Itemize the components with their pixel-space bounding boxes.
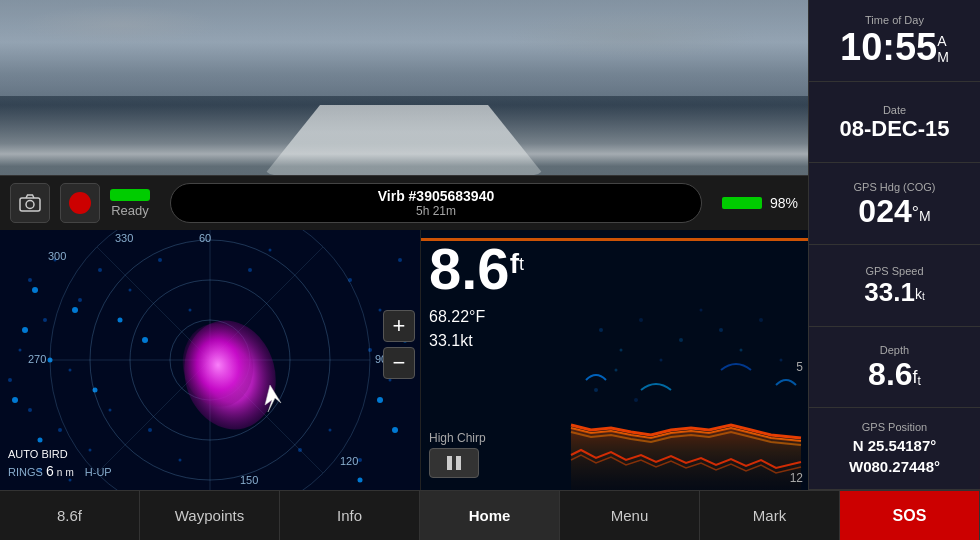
svg-point-14 <box>379 309 382 312</box>
rings-range: 6 <box>46 463 54 479</box>
depth-value-row: 8.6 f t <box>868 358 921 390</box>
depth-subunit: t <box>918 374 921 388</box>
gps-pos-label: GPS Position <box>862 421 927 433</box>
gps-speed-subunit: t <box>922 291 925 302</box>
svg-text:270: 270 <box>28 353 46 365</box>
svg-point-79 <box>780 359 783 362</box>
battery-percentage: 98% <box>770 195 798 211</box>
svg-point-32 <box>22 327 28 333</box>
radar-zoom-in-button[interactable]: + <box>383 310 415 342</box>
top-section: Ready Virb #3905683940 5h 21m 98% Time o… <box>0 0 980 230</box>
gps-hdg-label: GPS Hdg (COG) <box>854 181 936 193</box>
radar-zoom-out-button[interactable]: − <box>383 347 415 379</box>
svg-point-36 <box>32 287 38 293</box>
time-label: Time of Day <box>865 14 924 26</box>
control-bar: Ready Virb #3905683940 5h 21m 98% <box>0 175 808 230</box>
auto-bird-label: AUTO BIRD <box>8 448 68 460</box>
gps-hdg-value: 024 <box>858 195 911 227</box>
svg-text:330: 330 <box>115 232 133 244</box>
nav-depth-reading: 8.6f <box>0 491 140 540</box>
status-indicator: Ready <box>110 189 150 218</box>
device-name: Virb #3905683940 <box>378 188 495 204</box>
record-indicator <box>69 192 91 214</box>
svg-point-39 <box>12 397 18 403</box>
svg-point-21 <box>8 378 12 382</box>
svg-point-22 <box>109 409 112 412</box>
battery-section: 98% <box>722 195 798 211</box>
nav-info-button[interactable]: Info <box>280 491 420 540</box>
svg-point-8 <box>69 369 72 372</box>
svg-point-80 <box>594 388 598 392</box>
svg-point-31 <box>269 249 272 252</box>
device-info-panel: Virb #3905683940 5h 21m <box>170 183 702 223</box>
svg-point-41 <box>377 397 383 403</box>
pause-icon <box>444 454 464 472</box>
svg-point-7 <box>43 318 47 322</box>
gps-hdg-unit: ° <box>912 203 919 224</box>
nav-waypoints-button[interactable]: Waypoints <box>140 491 280 540</box>
svg-point-37 <box>118 318 123 323</box>
gps-speed-value: 33.1 <box>864 279 915 305</box>
svg-point-72 <box>639 318 643 322</box>
nav-home-button[interactable]: Home <box>420 491 560 540</box>
rings-label: RINGS <box>8 466 43 478</box>
nav-sos-button[interactable]: SOS <box>840 491 980 540</box>
camera-icon <box>19 194 41 212</box>
camera-view <box>0 0 808 175</box>
sonar-speed-subunit: t <box>468 332 472 349</box>
gps-speed-value-row: 33.1 k t <box>864 279 924 305</box>
svg-point-30 <box>248 268 252 272</box>
svg-point-43 <box>392 427 398 433</box>
record-button[interactable] <box>60 183 100 223</box>
svg-point-38 <box>142 337 148 343</box>
svg-point-76 <box>719 328 723 332</box>
svg-point-24 <box>329 429 332 432</box>
time-ampm: AM <box>937 33 949 65</box>
svg-point-20 <box>28 408 32 412</box>
rings-unit: n <box>57 467 63 478</box>
svg-point-40 <box>38 438 43 443</box>
svg-text:300: 300 <box>48 250 66 262</box>
camera-snapshot-button[interactable] <box>10 183 50 223</box>
gps-hdg-subunit: M <box>919 208 931 224</box>
sonar-speed-value: 33.1 <box>429 332 460 349</box>
nav-mark-button[interactable]: Mark <box>700 491 840 540</box>
svg-point-78 <box>759 318 763 322</box>
svg-text:60: 60 <box>199 232 211 244</box>
gps-hdg-value-row: 024 ° M <box>858 195 930 227</box>
svg-point-70 <box>599 328 603 332</box>
sonar-depth-display: 8.6ft <box>429 240 524 298</box>
sonar-temp-subunit: F <box>475 308 485 325</box>
depth-label: Depth <box>880 344 909 356</box>
svg-point-82 <box>634 398 638 402</box>
svg-point-1 <box>26 201 34 209</box>
device-duration: 5h 21m <box>416 204 456 218</box>
sonar-speed-unit: k <box>460 332 468 349</box>
rings-subunit: m <box>65 467 73 478</box>
ready-label: Ready <box>111 203 149 218</box>
camera-controls: Ready Virb #3905683940 5h 21m 98% <box>0 0 808 230</box>
gps-speed-label: GPS Speed <box>865 265 923 277</box>
sonar-pause-button[interactable] <box>429 448 479 478</box>
svg-point-71 <box>620 349 623 352</box>
svg-point-74 <box>679 338 683 342</box>
sonar-panel: 8.6ft 68.22°F 33.1kt High Chirp <box>420 230 808 490</box>
svg-point-29 <box>179 459 182 462</box>
svg-point-28 <box>148 428 152 432</box>
radar-panel: 60 90 120 150 270 300 330 <box>0 230 420 490</box>
sonar-temp-row: 68.22°F <box>429 305 485 329</box>
green-status-bar <box>110 189 150 201</box>
svg-point-9 <box>98 268 102 272</box>
battery-bar <box>722 197 762 209</box>
gps-pos-lon: W080.27448° <box>849 456 940 477</box>
svg-point-10 <box>129 289 132 292</box>
sonar-sub-values: 68.22°F 33.1kt <box>429 305 485 353</box>
nav-menu-button[interactable]: Menu <box>560 491 700 540</box>
gps-position-item: GPS Position N 25.54187° W080.27448° <box>809 408 980 490</box>
svg-point-34 <box>72 307 78 313</box>
svg-rect-84 <box>456 456 461 470</box>
main-container: Ready Virb #3905683940 5h 21m 98% Time o… <box>0 0 980 540</box>
gps-hdg-item: GPS Hdg (COG) 024 ° M <box>809 163 980 245</box>
time-of-day-item: Time of Day 10:55 AM <box>809 0 980 82</box>
camera-overlay <box>0 0 808 175</box>
